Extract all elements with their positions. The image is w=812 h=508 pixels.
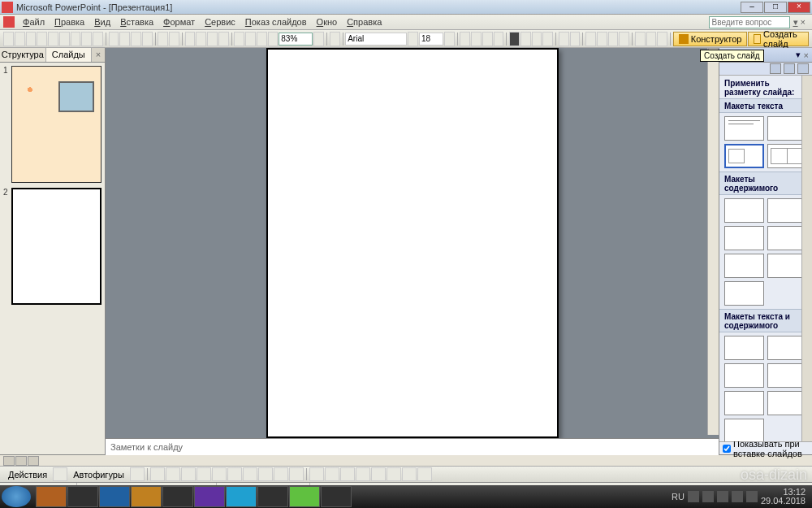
zoom-dropdown-icon[interactable] bbox=[313, 32, 324, 46]
tab-outline[interactable]: Структура bbox=[0, 48, 46, 62]
bold-button[interactable] bbox=[460, 32, 470, 46]
slide-1-preview[interactable] bbox=[11, 66, 102, 183]
menu-edit[interactable]: Правка bbox=[50, 15, 89, 28]
menu-view[interactable]: Вид bbox=[89, 15, 115, 28]
slideshow-view-button[interactable] bbox=[28, 456, 39, 466]
taskbar-app[interactable] bbox=[289, 486, 320, 507]
font-input[interactable] bbox=[345, 33, 407, 46]
close-panel-button[interactable]: × bbox=[92, 48, 105, 62]
tray-language[interactable]: RU bbox=[672, 492, 685, 501]
taskbar-app[interactable] bbox=[99, 486, 130, 507]
taskbar-app[interactable] bbox=[321, 486, 352, 507]
line-color-button[interactable] bbox=[325, 467, 339, 481]
rtl-button[interactable] bbox=[570, 32, 581, 46]
arrow-button[interactable] bbox=[166, 467, 180, 481]
font-size-input[interactable] bbox=[419, 33, 443, 46]
notes-pane[interactable]: Заметки к слайду bbox=[106, 438, 719, 455]
autoshapes-menu[interactable]: Автофигуры bbox=[68, 470, 129, 480]
ltr-button[interactable] bbox=[559, 32, 569, 46]
autoshapes-dropdown-icon[interactable] bbox=[130, 467, 145, 481]
rectangle-button[interactable] bbox=[181, 467, 196, 481]
layout-option[interactable] bbox=[724, 391, 764, 415]
maximize-button[interactable]: □ bbox=[764, 2, 787, 13]
font-dropdown-icon[interactable] bbox=[408, 32, 418, 46]
paste-button[interactable] bbox=[131, 32, 141, 46]
cut-button[interactable] bbox=[109, 32, 119, 46]
layout-option[interactable] bbox=[724, 419, 764, 441]
tab-slides[interactable]: Слайды bbox=[46, 48, 93, 62]
menu-insert[interactable]: Вставка bbox=[115, 15, 158, 28]
increase-font-button[interactable] bbox=[608, 32, 619, 46]
font-color-button[interactable] bbox=[657, 32, 667, 46]
align-left-button[interactable] bbox=[509, 32, 520, 46]
align-right-button[interactable] bbox=[532, 32, 542, 46]
show-on-insert-checkbox[interactable] bbox=[723, 445, 731, 453]
layout-option[interactable] bbox=[724, 254, 764, 278]
textbox-button[interactable] bbox=[212, 467, 227, 481]
oval-button[interactable] bbox=[197, 467, 211, 481]
help-dropdown-icon[interactable]: ▾ × bbox=[790, 17, 809, 28]
menu-help[interactable]: Справка bbox=[342, 15, 387, 28]
clipart-button[interactable] bbox=[274, 467, 288, 481]
layout-option[interactable] bbox=[724, 281, 764, 306]
layout-option[interactable] bbox=[724, 198, 764, 223]
open-button[interactable] bbox=[15, 32, 25, 46]
vertical-scrollbar[interactable] bbox=[707, 48, 719, 435]
increase-indent-button[interactable] bbox=[646, 32, 657, 46]
sorter-view-button[interactable] bbox=[15, 456, 27, 466]
slide-thumbnail[interactable]: 2 bbox=[3, 188, 102, 305]
diagram-button[interactable] bbox=[258, 467, 273, 481]
tray-date[interactable]: 29.04.2018 bbox=[761, 497, 806, 506]
menu-file[interactable]: Файл bbox=[18, 15, 50, 28]
research-button[interactable] bbox=[93, 32, 103, 46]
actions-menu[interactable]: Действия bbox=[3, 470, 52, 480]
italic-button[interactable] bbox=[471, 32, 482, 46]
vertical-textbox-button[interactable] bbox=[227, 467, 242, 481]
expand-button[interactable] bbox=[234, 32, 244, 46]
slide-canvas[interactable] bbox=[106, 48, 719, 438]
help-button[interactable] bbox=[330, 32, 340, 46]
decrease-font-button[interactable] bbox=[619, 32, 629, 46]
dash-style-button[interactable] bbox=[371, 467, 386, 481]
select-button[interactable] bbox=[53, 467, 67, 481]
print-button[interactable] bbox=[59, 32, 70, 46]
layout-option[interactable] bbox=[724, 144, 764, 168]
current-slide[interactable] bbox=[266, 48, 559, 438]
start-button[interactable] bbox=[2, 486, 31, 507]
tray-icon[interactable] bbox=[688, 491, 699, 502]
slide-thumbnail[interactable]: 1 bbox=[3, 66, 102, 183]
taskbar-app[interactable] bbox=[67, 486, 98, 507]
redo-button[interactable] bbox=[169, 32, 179, 46]
show-formatting-button[interactable] bbox=[245, 32, 256, 46]
grid-button[interactable] bbox=[257, 32, 267, 46]
taskbar-app[interactable] bbox=[194, 486, 225, 507]
wordart-button[interactable] bbox=[243, 467, 257, 481]
menu-format[interactable]: Формат bbox=[158, 15, 200, 28]
taskbar-app[interactable] bbox=[36, 486, 67, 507]
tables-borders-button[interactable] bbox=[207, 32, 218, 46]
spellcheck-button[interactable] bbox=[81, 32, 92, 46]
color-button[interactable] bbox=[268, 32, 279, 46]
taskbar-app[interactable] bbox=[226, 486, 257, 507]
fill-color-button[interactable] bbox=[309, 467, 324, 481]
menu-slideshow[interactable]: Показ слайдов bbox=[240, 15, 312, 28]
email-button[interactable] bbox=[48, 32, 58, 46]
preview-button[interactable] bbox=[71, 32, 81, 46]
picture-button[interactable] bbox=[289, 467, 304, 481]
nav-home-icon[interactable] bbox=[797, 63, 809, 74]
font-size-dropdown-icon[interactable] bbox=[444, 32, 455, 46]
line-button[interactable] bbox=[150, 467, 165, 481]
normal-view-button[interactable] bbox=[3, 456, 15, 466]
nav-back-icon[interactable] bbox=[770, 63, 781, 74]
taskbar-app[interactable] bbox=[162, 486, 193, 507]
shadow-button[interactable] bbox=[494, 32, 504, 46]
decrease-indent-button[interactable] bbox=[635, 32, 646, 46]
distributed-button[interactable] bbox=[542, 32, 553, 46]
new-slide-button[interactable]: Создать слайд bbox=[748, 32, 809, 46]
layout-option[interactable] bbox=[724, 116, 764, 141]
tray-icon[interactable] bbox=[702, 491, 714, 502]
table-button[interactable] bbox=[196, 32, 206, 46]
taskbar-app[interactable] bbox=[257, 486, 288, 507]
arrow-style-button[interactable] bbox=[387, 467, 401, 481]
ask-question-input[interactable] bbox=[709, 16, 790, 28]
